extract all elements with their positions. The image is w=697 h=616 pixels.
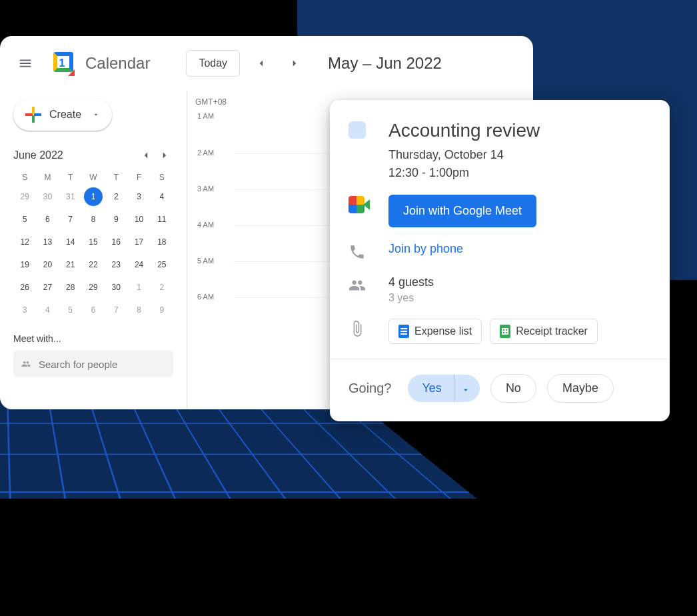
mini-day[interactable]: 7: [59, 209, 82, 229]
rsvp-yes-button[interactable]: Yes: [408, 375, 454, 402]
calendar-header: 1 Calendar Today May – Jun 2022: [0, 36, 533, 91]
mini-day[interactable]: 9: [105, 209, 127, 229]
sheets-icon: [500, 325, 510, 338]
mini-day[interactable]: 5: [59, 300, 82, 320]
mini-day[interactable]: 1: [84, 187, 103, 206]
mini-day[interactable]: 23: [105, 255, 127, 275]
attachment-chip[interactable]: Expense list: [388, 319, 482, 344]
search-people-input[interactable]: [39, 359, 165, 370]
meet-with-label: Meet with...: [13, 333, 173, 344]
mini-day[interactable]: 29: [82, 277, 105, 297]
people-icon: [21, 357, 31, 371]
mini-next-month-button[interactable]: [156, 147, 173, 164]
mini-day[interactable]: 30: [105, 277, 127, 297]
mini-day[interactable]: 4: [36, 300, 59, 320]
mini-day[interactable]: 2: [151, 277, 173, 297]
mini-day[interactable]: 19: [13, 255, 36, 275]
mini-day[interactable]: 7: [105, 300, 127, 320]
main-menu-icon[interactable]: [12, 50, 39, 77]
mini-day[interactable]: 30: [36, 187, 59, 207]
time-label: 5 AM: [197, 257, 214, 265]
event-detail-popover: Accounting review Thursday, October 14 1…: [330, 100, 670, 421]
mini-dow: M: [36, 171, 59, 184]
caret-down-icon: [92, 111, 100, 119]
attachment-label: Expense list: [414, 325, 472, 337]
time-label: 3 AM: [197, 185, 214, 193]
mini-day[interactable]: 10: [127, 209, 150, 229]
attachment-chip[interactable]: Receipt tracker: [490, 319, 598, 344]
guest-count: 4 guests: [388, 275, 651, 289]
mini-day[interactable]: 2: [105, 187, 127, 207]
mini-day[interactable]: 6: [82, 300, 105, 320]
create-button[interactable]: Create: [13, 99, 112, 131]
mini-day[interactable]: 4: [151, 187, 173, 207]
mini-day[interactable]: 14: [59, 232, 82, 252]
mini-day[interactable]: 21: [59, 255, 82, 275]
today-button[interactable]: Today: [186, 50, 240, 77]
mini-day[interactable]: 24: [127, 255, 150, 275]
app-title: Calendar: [85, 54, 150, 73]
mini-dow: T: [59, 171, 82, 184]
event-time: 12:30 - 1:00pm: [388, 166, 651, 180]
mini-day[interactable]: 18: [151, 232, 173, 252]
google-meet-icon: [348, 196, 371, 213]
mini-dow: F: [127, 171, 150, 184]
mini-day[interactable]: 17: [127, 232, 150, 252]
mini-day[interactable]: 25: [151, 255, 173, 275]
mini-day[interactable]: 22: [82, 255, 105, 275]
calendar-logo: 1: [48, 49, 76, 77]
mini-day[interactable]: 3: [13, 300, 36, 320]
mini-day[interactable]: 20: [36, 255, 59, 275]
guest-yes-count: 3 yes: [388, 292, 651, 304]
mini-day[interactable]: 8: [82, 209, 105, 229]
timezone-label: GMT+08: [195, 97, 227, 107]
mini-day[interactable]: 9: [151, 300, 173, 320]
guests-icon: [348, 277, 366, 294]
mini-day[interactable]: 5: [13, 209, 36, 229]
event-color-chip: [348, 121, 366, 139]
docs-icon: [398, 325, 409, 338]
date-range-label: May – Jun 2022: [328, 54, 442, 73]
rsvp-no-button[interactable]: No: [490, 374, 536, 403]
phone-icon: [348, 243, 366, 261]
mini-dow: T: [105, 171, 127, 184]
mini-day[interactable]: 13: [36, 232, 59, 252]
mini-day[interactable]: 11: [151, 209, 173, 229]
rsvp-maybe-button[interactable]: Maybe: [547, 374, 614, 403]
mini-day[interactable]: 27: [36, 277, 59, 297]
attachment-label: Receipt tracker: [516, 325, 588, 337]
mini-day[interactable]: 3: [127, 187, 150, 207]
mini-day[interactable]: 31: [59, 187, 82, 207]
sidebar: Create June 2022 SMTWTFS2930311234567891…: [0, 91, 187, 409]
mini-calendar-title: June 2022: [13, 149, 63, 161]
rsvp-prompt: Going?: [348, 381, 392, 396]
mini-dow: W: [82, 171, 105, 184]
mini-calendar-grid: SMTWTFS293031123456789101112131415161718…: [13, 171, 173, 320]
time-label: 6 AM: [197, 293, 214, 301]
mini-day[interactable]: 1: [127, 277, 150, 297]
create-label: Create: [49, 109, 81, 121]
event-date: Thursday, October 14: [388, 148, 651, 162]
join-meet-button[interactable]: Join with Google Meet: [388, 195, 536, 227]
mini-day[interactable]: 12: [13, 232, 36, 252]
mini-day[interactable]: 28: [59, 277, 82, 297]
event-title: Accounting review: [388, 120, 651, 141]
join-phone-link[interactable]: Join by phone: [388, 242, 463, 255]
time-label: 4 AM: [197, 221, 214, 229]
mini-day[interactable]: 15: [82, 232, 105, 252]
next-period-button[interactable]: [283, 51, 307, 75]
rsvp-row: Going? Yes No Maybe: [330, 359, 670, 421]
rsvp-yes-dropdown[interactable]: [454, 375, 480, 402]
mini-day[interactable]: 29: [13, 187, 36, 207]
mini-prev-month-button[interactable]: [137, 147, 155, 164]
time-label: 2 AM: [197, 149, 214, 157]
mini-dow: S: [151, 171, 173, 184]
search-people-field[interactable]: [13, 351, 173, 377]
mini-day[interactable]: 8: [127, 300, 150, 320]
mini-day[interactable]: 6: [36, 209, 59, 229]
mini-day[interactable]: 26: [13, 277, 36, 297]
plus-icon: [25, 107, 41, 123]
prev-period-button[interactable]: [249, 51, 273, 75]
mini-day[interactable]: 16: [105, 232, 127, 252]
time-label: 1 AM: [197, 112, 214, 120]
